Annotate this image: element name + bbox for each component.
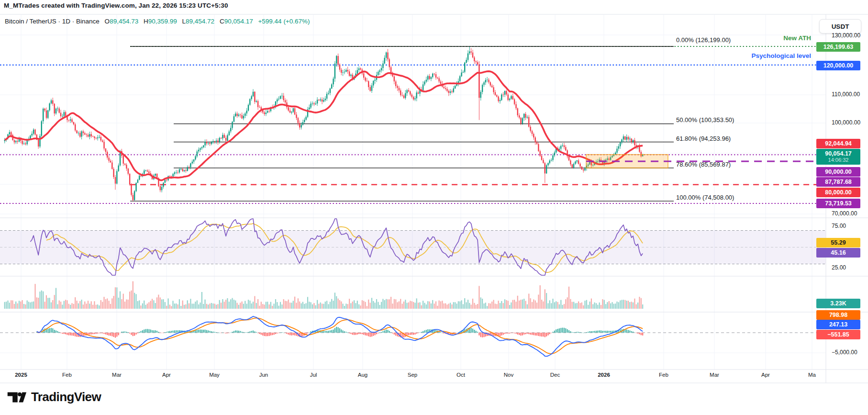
time-axis-label[interactable]: Jun [259,372,268,378]
axis-grid-label: 70,000.00 [832,210,857,217]
currency-unit-button[interactable]: USDT [819,19,861,34]
tradingview-logo-icon [7,391,27,404]
symbol-legend[interactable]: Bitcoin / TetherUS · 1D · Binance O89,45… [5,18,310,25]
time-axis-label[interactable]: 2026 [598,372,610,378]
chart-svg[interactable] [0,0,868,415]
time-axis-label[interactable]: Aug [358,372,367,378]
time-axis-label[interactable]: Mar [112,372,122,378]
time-axis-label[interactable]: 2025 [15,372,27,378]
volume-value-badge: 3.23K [816,299,860,308]
time-axis-label[interactable]: Dec [550,372,560,378]
fib-level-label: 61.80% (94,253.96) [676,135,731,142]
fib-level-label: 0.00% (126,199.00) [676,36,731,44]
tradingview-logo[interactable]: TradingView [7,390,101,404]
high-value: 90,359.99 [148,18,177,25]
level-90000-badge: 90,000.00 [816,167,860,177]
time-axis-label[interactable]: May [209,372,220,378]
rsi-ma-value-badge: 55.29 [816,238,860,247]
close-value: 90,054.17 [224,18,253,25]
fib-level-label: 100.00% (74,508.00) [676,194,734,201]
axis-grid-label: 130,000.00 [832,32,860,39]
tradingview-chart-screen: M_MTrades created with TradingView.com, … [0,0,868,415]
fib-level-label: 50.00% (100,353.50) [676,116,734,123]
level-80000-badge: 80,000.00 [816,188,860,197]
low-label: L [182,18,186,25]
time-axis-label[interactable]: Feb [659,372,668,378]
open-value: 89,454.73 [110,18,138,25]
time-axis-label[interactable]: Oct [456,372,465,378]
axis-grid-label: 75.00 [832,223,846,229]
new-ath-label: New ATH [783,34,811,42]
last-price-badge: 90,054.1714:06:32 [816,149,860,165]
time-axis-label[interactable]: Mar [710,372,719,378]
time-axis-label[interactable]: Ma [808,372,816,378]
tradingview-logo-text: TradingView [31,390,101,404]
ath-price-badge: 126,199.63 [816,42,860,52]
time-axis-label[interactable]: Nov [504,372,513,378]
time-axis-label[interactable]: Feb [62,372,72,378]
low-value: 89,454.72 [186,18,214,25]
macd-value-badge: 247.13 [816,320,860,329]
change-value: +599.44 (+0.67%) [258,18,310,25]
symbol-title[interactable]: Bitcoin / TetherUS · 1D · Binance [5,18,100,25]
psych-price-badge: 120,000.00 [816,61,860,70]
macd-signal-value-badge: 798.98 [816,310,860,320]
axis-grid-label: 110,000.00 [832,91,860,98]
rsi-value-badge: 45.16 [816,248,860,258]
close-label: C [220,18,224,25]
level-73719-badge: 73,719.53 [816,199,860,208]
time-axis-label[interactable]: Apr [162,372,171,378]
macd-hist-value-badge: −551.85 [816,330,860,339]
axis-grid-label: −5,000.00 [832,349,857,356]
axis-grid-label: 100,000.00 [832,119,860,126]
psychological-level-label: Psychological level [751,52,811,59]
level-87787-badge: 87,787.68 [816,177,860,187]
time-axis-label[interactable]: Apr [761,372,770,378]
time-axis-label[interactable]: Jul [310,372,317,378]
ma-value-badge: 92,044.94 [816,139,860,148]
axis-grid-label: 25.00 [832,264,846,271]
time-axis-label[interactable]: Sep [408,372,417,378]
fib-level-label: 78.60% (85,569.87) [676,161,731,168]
open-label: O [105,18,110,25]
high-label: H [144,18,148,25]
